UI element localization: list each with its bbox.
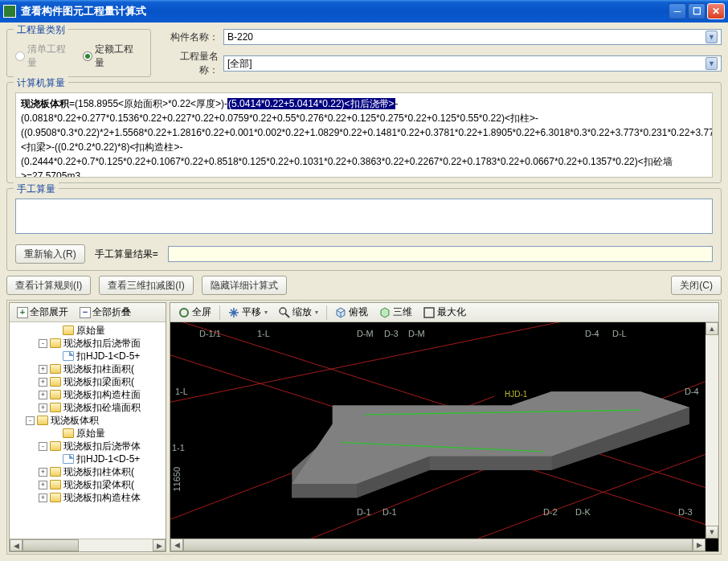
folder-icon bbox=[63, 326, 74, 335]
cube-icon bbox=[335, 307, 346, 318]
calc-formula-text[interactable]: 现浇板体积=(158.8955<原始面积>*0.22<厚度>)-(5.0414*… bbox=[15, 92, 713, 178]
app-icon bbox=[3, 5, 16, 18]
scrollbar-thumb[interactable] bbox=[22, 539, 79, 551]
cube-iso-icon bbox=[379, 307, 391, 318]
expand-all-button[interactable]: + 全部展开 bbox=[13, 304, 72, 321]
folder-icon bbox=[50, 441, 61, 451]
scroll-down-icon[interactable]: ▼ bbox=[706, 526, 718, 538]
tree-row[interactable]: 扣HJD-1<D-5+ bbox=[10, 452, 166, 465]
hide-detail-button[interactable]: 隐藏详细计算式 bbox=[202, 276, 287, 295]
tree-row[interactable]: 原始量 bbox=[10, 324, 166, 337]
viewport-horizontal-scrollbar[interactable]: ◀ ▶ bbox=[170, 538, 706, 551]
viewport-panel: 全屏 平移 ▾ 缩放 ▾ 俯视 bbox=[170, 302, 719, 552]
close-button[interactable]: 关闭(C) bbox=[671, 276, 722, 295]
collapse-all-button[interactable]: − 全部折叠 bbox=[76, 304, 135, 321]
chevron-down-icon[interactable]: ▼ bbox=[706, 31, 718, 43]
collapse-icon[interactable]: - bbox=[39, 339, 47, 348]
manual-calc-input[interactable] bbox=[15, 199, 713, 234]
manual-result-field[interactable] bbox=[168, 246, 713, 262]
axis-label: D-K bbox=[575, 507, 591, 517]
axis-label: D-4 bbox=[585, 329, 599, 338]
scrollbar-thumb[interactable] bbox=[183, 538, 693, 551]
title-bar: 查看构件图元工程量计算式 ─ ☐ ✕ bbox=[0, 0, 728, 23]
pan-icon bbox=[228, 307, 239, 318]
fullscreen-icon bbox=[178, 307, 190, 318]
expand-icon[interactable]: + bbox=[39, 481, 47, 489]
tree-row[interactable]: +现浇板扣柱体积( bbox=[10, 465, 166, 478]
axis-label: D-1/1 bbox=[199, 329, 221, 338]
tree-item-label: 原始量 bbox=[76, 324, 105, 338]
tree-row[interactable]: +现浇板扣柱面积( bbox=[10, 362, 166, 375]
viewport-vertical-scrollbar[interactable]: ▲ ▼ bbox=[706, 322, 718, 538]
axis-label: D-4 bbox=[685, 387, 699, 396]
3d-viewport[interactable]: D-1/11-LD-MD-3D-MD-4D-L1-LD-41-111650D-1… bbox=[170, 322, 718, 551]
tree-item-label: 现浇板扣砼墙面积 bbox=[63, 401, 141, 415]
tree-row[interactable]: -现浇板体积 bbox=[10, 414, 166, 427]
chevron-down-icon[interactable]: ▼ bbox=[706, 57, 718, 70]
chevron-down-icon: ▾ bbox=[315, 309, 318, 316]
top-view-button[interactable]: 俯视 bbox=[330, 304, 373, 321]
zoom-button[interactable]: 缩放 ▾ bbox=[274, 304, 323, 321]
maximize-button[interactable]: ☐ bbox=[688, 3, 706, 19]
scroll-left-icon[interactable]: ◀ bbox=[170, 538, 183, 551]
tree-row[interactable]: +现浇板扣构造柱体 bbox=[10, 491, 166, 504]
iso-view-button[interactable]: 三维 bbox=[374, 304, 417, 321]
tree-item-label: 现浇板扣梁体积( bbox=[63, 478, 134, 492]
tree-row[interactable]: +现浇板扣构造柱面 bbox=[10, 388, 166, 401]
tree-row[interactable]: +现浇板扣梁体积( bbox=[10, 478, 166, 491]
maximize-view-button[interactable]: 最大化 bbox=[419, 304, 471, 321]
folder-icon bbox=[63, 428, 74, 438]
tree-item-label: 现浇板扣梁面积( bbox=[63, 375, 134, 389]
tree-item-label: 现浇板体积 bbox=[51, 414, 99, 428]
window-title: 查看构件图元工程量计算式 bbox=[21, 4, 669, 18]
tree-row[interactable]: 原始量 bbox=[10, 427, 166, 440]
component-name-select[interactable]: B-220 ▼ bbox=[223, 29, 722, 45]
expand-icon[interactable]: + bbox=[39, 365, 47, 374]
svg-rect-3 bbox=[424, 308, 434, 317]
tree-row[interactable]: -现浇板扣后浇带体 bbox=[10, 440, 166, 452]
tree-item-label: 现浇板扣后浇带面 bbox=[63, 337, 141, 350]
tree-horizontal-scrollbar[interactable]: ◀ ▶ bbox=[10, 538, 166, 551]
expand-icon[interactable]: + bbox=[39, 493, 47, 502]
view-calc-rules-button[interactable]: 查看计算规则(I) bbox=[6, 276, 91, 295]
component-name-label: 构件名称： bbox=[164, 31, 219, 44]
svg-point-0 bbox=[180, 309, 188, 317]
pan-button[interactable]: 平移 ▾ bbox=[223, 304, 272, 321]
expand-icon[interactable]: + bbox=[39, 403, 47, 412]
close-window-button[interactable]: ✕ bbox=[707, 3, 725, 19]
maximize-icon bbox=[423, 307, 435, 318]
fullscreen-button[interactable]: 全屏 bbox=[174, 304, 216, 321]
collapse-icon[interactable]: - bbox=[39, 442, 47, 451]
svg-line-2 bbox=[285, 313, 289, 317]
axis-label: D-3 bbox=[678, 507, 693, 517]
folder-icon bbox=[50, 403, 61, 412]
toggle-spacer bbox=[51, 326, 60, 335]
axis-label: D-L bbox=[612, 329, 627, 338]
view-3d-deduction-button[interactable]: 查看三维扣减图(I) bbox=[99, 276, 193, 295]
viewport-toolbar: 全屏 平移 ▾ 缩放 ▾ 俯视 bbox=[170, 303, 718, 322]
tree-row[interactable]: 扣HJD-1<D-5+ bbox=[10, 350, 166, 362]
scroll-left-icon[interactable]: ◀ bbox=[10, 539, 22, 551]
expand-icon[interactable]: + bbox=[39, 378, 47, 387]
expand-icon[interactable]: + bbox=[39, 468, 47, 477]
expand-icon[interactable]: + bbox=[39, 391, 47, 399]
scroll-right-icon[interactable]: ▶ bbox=[153, 539, 166, 551]
tree-item-label: 现浇板扣柱面积( bbox=[63, 362, 134, 376]
minimize-button[interactable]: ─ bbox=[669, 3, 686, 19]
category-label: 工程量类别 bbox=[14, 23, 68, 37]
quantity-name-select[interactable]: [全部] ▼ bbox=[223, 55, 722, 72]
computer-calc-group: 计算机算量 现浇板体积=(158.8955<原始面积>*0.22<厚度>)-(5… bbox=[6, 82, 722, 183]
axis-label: 1-L bbox=[175, 387, 188, 396]
tree-row[interactable]: +现浇板扣梁面积( bbox=[10, 375, 166, 388]
tree-view[interactable]: 原始量-现浇板扣后浇带面扣HJD-1<D-5++现浇板扣柱面积(+现浇板扣梁面积… bbox=[10, 322, 166, 538]
scroll-up-icon[interactable]: ▲ bbox=[706, 322, 718, 335]
file-icon bbox=[63, 454, 74, 464]
tree-row[interactable]: +现浇板扣砼墙面积 bbox=[10, 401, 166, 414]
tree-item-label: 现浇板扣柱体积( bbox=[63, 465, 134, 479]
scroll-right-icon[interactable]: ▶ bbox=[693, 538, 706, 551]
tree-panel: + 全部展开 − 全部折叠 原始量-现浇板扣后浇带面扣HJD-1<D-5++现浇… bbox=[9, 302, 166, 552]
reinput-button[interactable]: 重新输入(R) bbox=[15, 244, 85, 264]
tree-row[interactable]: -现浇板扣后浇带面 bbox=[10, 337, 166, 350]
radio-quota-quantity[interactable]: 定额工程量 bbox=[83, 43, 142, 70]
collapse-icon[interactable]: - bbox=[26, 416, 35, 425]
